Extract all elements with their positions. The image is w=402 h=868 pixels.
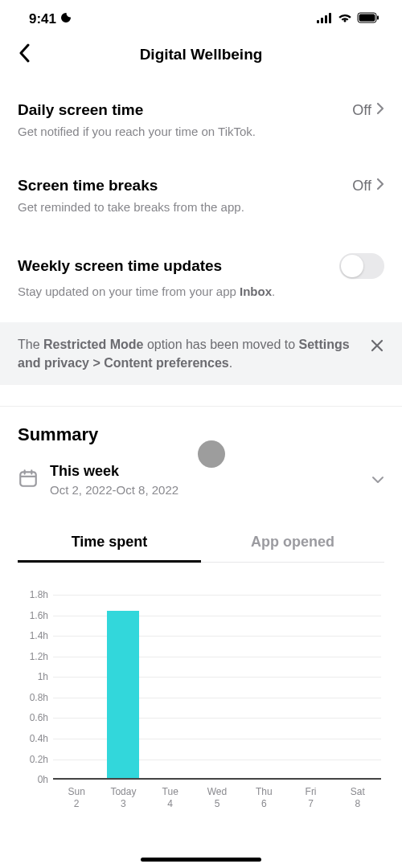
row-value: Off: [352, 102, 371, 119]
row-screen-time-breaks[interactable]: Screen time breaks Off Get reminded to t…: [18, 177, 384, 215]
tab-time-spent[interactable]: Time spent: [18, 522, 201, 562]
y-tick-label: 0.6h: [13, 712, 48, 723]
svg-rect-3: [329, 13, 331, 23]
x-tick-label: Wed5: [194, 786, 240, 810]
summary-section: Summary This week Oct 2, 2022-Oct 8, 202…: [0, 424, 402, 563]
row-subtitle: Get notified if you reach your time on T…: [18, 124, 384, 140]
settings-list: Daily screen time Off Get notified if yo…: [0, 101, 402, 300]
grid-line: [53, 595, 381, 596]
row-subtitle: Stay updated on your time from your app …: [18, 284, 384, 300]
grid-line: [53, 677, 381, 678]
notice-text: The Restricted Mode option has been move…: [18, 335, 355, 372]
week-title: This week: [50, 463, 178, 480]
grid-line: [53, 636, 381, 637]
battery-icon: [357, 12, 379, 27]
grid-line: [53, 718, 381, 719]
week-range: Oct 2, 2022-Oct 8, 2022: [50, 483, 178, 497]
y-tick-label: 0.2h: [13, 754, 48, 765]
svg-rect-5: [359, 14, 375, 22]
header: Digital Wellbeing: [0, 35, 402, 74]
svg-rect-7: [20, 473, 36, 486]
page-title: Digital Wellbeing: [16, 46, 386, 63]
grid-line: [53, 698, 381, 698]
row-subtitle: Get reminded to take breaks from the app…: [18, 199, 384, 215]
chevron-right-icon: [376, 102, 384, 118]
chevron-down-icon: [371, 473, 384, 487]
svg-rect-6: [377, 16, 379, 20]
svg-rect-0: [317, 20, 319, 23]
row-title: Daily screen time: [18, 101, 143, 119]
row-title: Weekly screen time updates: [18, 257, 222, 275]
x-tick-label: Tue4: [147, 786, 194, 810]
grid-line: [53, 657, 381, 657]
y-tick-label: 1.2h: [13, 651, 48, 662]
status-time-wrap: 9:41: [29, 11, 72, 28]
summary-tabs: Time spent App opened: [18, 522, 384, 563]
y-tick-label: 1.4h: [13, 630, 48, 641]
row-title: Screen time breaks: [18, 177, 158, 194]
y-tick-label: 1.8h: [13, 589, 48, 600]
row-value: Off: [352, 178, 371, 194]
grid-line: [53, 780, 381, 780]
y-tick-label: 0h: [13, 774, 48, 785]
summary-heading: Summary: [18, 424, 384, 445]
week-selector[interactable]: This week Oct 2, 2022-Oct 8, 2022: [18, 463, 384, 497]
x-tick-label: Thu6: [240, 786, 287, 810]
x-axis: [53, 778, 381, 780]
svg-rect-2: [325, 15, 327, 23]
y-tick-label: 1h: [13, 671, 48, 682]
home-indicator: [141, 858, 261, 862]
tab-app-opened[interactable]: App opened: [201, 522, 384, 562]
status-time: 9:41: [29, 11, 56, 27]
back-button[interactable]: [16, 43, 32, 66]
bar: [107, 611, 139, 778]
grid-line: [53, 739, 381, 739]
grid-line: [53, 616, 381, 616]
time-spent-chart: 0h0.2h0.4h0.6h0.8h1h1.2h1.4h1.6h1.8h Sun…: [0, 563, 402, 810]
y-tick-label: 1.6h: [13, 610, 48, 621]
x-tick-label: Fri7: [287, 786, 334, 810]
x-tick-label: Today3: [100, 786, 146, 810]
grey-dot-overlay: [198, 440, 225, 468]
close-icon[interactable]: [370, 338, 384, 356]
row-daily-screen-time[interactable]: Daily screen time Off Get notified if yo…: [18, 101, 384, 140]
restricted-mode-notice: The Restricted Mode option has been move…: [0, 322, 402, 385]
row-weekly-updates: Weekly screen time updates Stay updated …: [18, 253, 384, 300]
y-tick-label: 0.8h: [13, 692, 48, 703]
x-tick-label: Sat8: [334, 786, 381, 810]
status-bar: 9:41: [0, 0, 402, 35]
do-not-disturb-icon: [59, 11, 72, 28]
calendar-icon: [18, 468, 39, 492]
cellular-icon: [317, 12, 333, 27]
svg-rect-1: [321, 18, 323, 23]
chevron-right-icon: [376, 178, 384, 194]
y-tick-label: 0.4h: [13, 733, 48, 744]
divider: [0, 406, 402, 407]
wifi-icon: [338, 12, 352, 27]
x-tick-label: Sun2: [53, 786, 100, 810]
grid-line: [53, 760, 381, 760]
status-indicators: [317, 12, 379, 27]
toggle-weekly-updates[interactable]: [339, 253, 384, 279]
